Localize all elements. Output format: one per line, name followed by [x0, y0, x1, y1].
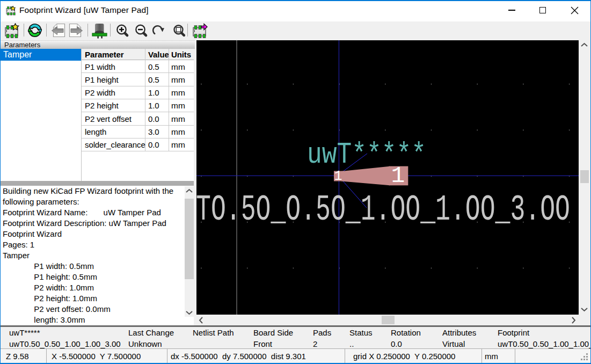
svg-text:uwT*****: uwT*****	[307, 137, 426, 172]
svg-text:1: 1	[391, 163, 405, 189]
svg-text:TO.5O_O.5O_1.OO_1.OO_3.OO: TO.5O_O.5O_1.OO_1.OO_3.OO	[196, 189, 570, 230]
svg-text:1: 1	[334, 169, 342, 184]
